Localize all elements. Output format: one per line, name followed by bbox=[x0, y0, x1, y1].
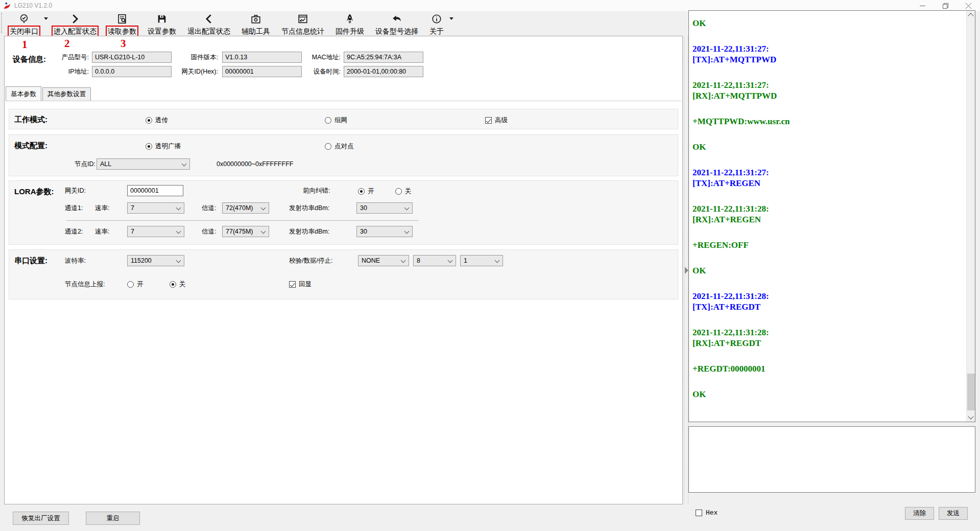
radio-p2p[interactable]: 点对点 bbox=[325, 142, 354, 151]
exit-config-button[interactable]: 退出配置状态 bbox=[182, 11, 236, 37]
node-id-combo[interactable]: ALL bbox=[97, 158, 190, 170]
channel2-label: 通道2: bbox=[65, 226, 83, 237]
firmware-upgrade-icon bbox=[343, 12, 356, 26]
node-report-label: 节点信息上报: bbox=[65, 279, 105, 290]
radio-networking[interactable]: 组网 bbox=[325, 116, 347, 125]
parity-combo[interactable]: NONE bbox=[358, 255, 409, 266]
chevron-down-icon bbox=[495, 258, 500, 263]
scroll-up-icon[interactable] bbox=[968, 13, 973, 18]
firmware-upgrade-button[interactable]: 固件升级 bbox=[330, 11, 370, 37]
log-line: OK bbox=[692, 18, 964, 29]
radio-fec-off[interactable]: 关 bbox=[395, 187, 412, 196]
mode-config-section: 模式配置: 透明广播 点对点 节点ID: ALL 0x00000000~0xFF… bbox=[9, 134, 678, 176]
device-info-title: 设备信息: bbox=[13, 55, 46, 64]
aux-tools-button[interactable]: 辅助工具 bbox=[236, 11, 276, 37]
log-line: [TX]:AT+REGDT bbox=[692, 302, 964, 312]
data-bits-combo[interactable]: 8 bbox=[413, 255, 456, 266]
ip-address-label: IP地址: bbox=[53, 66, 89, 77]
chevron-down-icon bbox=[261, 229, 266, 234]
save-params-icon bbox=[155, 12, 169, 26]
about-button[interactable]: 关于 bbox=[424, 11, 449, 37]
log-entry: OK bbox=[692, 18, 964, 29]
channel-label-1: 信道: bbox=[202, 202, 216, 214]
log-scrollbar[interactable] bbox=[966, 11, 975, 422]
ip-address-field[interactable] bbox=[92, 66, 172, 77]
enter-config-icon bbox=[68, 12, 82, 26]
channel2-channel-combo[interactable]: 77(475M) bbox=[222, 226, 269, 237]
window-title: LG210 V1.2.0 bbox=[14, 2, 52, 9]
log-line: 2021-11-22,11:31:27: bbox=[692, 167, 964, 178]
chevron-down-icon bbox=[404, 205, 410, 211]
radio-report-on[interactable]: 开 bbox=[127, 280, 144, 289]
log-entry: 2021-11-22,11:31:27:[TX]:AT+MQTTPWD bbox=[692, 43, 964, 65]
hex-checkbox[interactable]: Hex bbox=[696, 509, 718, 517]
log-line: +REGDT:00000001 bbox=[692, 363, 964, 374]
close-button[interactable] bbox=[957, 0, 980, 11]
close-serial-button[interactable]: 关闭串口 bbox=[4, 11, 44, 37]
node-stats-button[interactable]: 节点信息统计 bbox=[276, 11, 330, 37]
toolbar-overflow-caret-icon[interactable] bbox=[449, 17, 453, 20]
firmware-version-field[interactable] bbox=[222, 52, 302, 63]
log-line: OK bbox=[692, 142, 964, 152]
product-model-field[interactable] bbox=[92, 52, 172, 63]
channel1-rate-combo[interactable]: 7 bbox=[127, 202, 184, 214]
device-model-button[interactable]: 设备型号选择 bbox=[370, 11, 424, 37]
stop-bits-combo[interactable]: 1 bbox=[460, 255, 503, 266]
clear-button[interactable]: 清除 bbox=[905, 507, 934, 520]
channel2-power-combo[interactable]: 30 bbox=[356, 226, 413, 237]
tab-other-params[interactable]: 其他参数设置 bbox=[42, 87, 91, 101]
gateway-id-hex-field[interactable] bbox=[222, 66, 302, 77]
restore-button[interactable] bbox=[934, 0, 957, 11]
scrollbar-thumb[interactable] bbox=[967, 374, 975, 410]
radio-broadcast[interactable]: 透明广播 bbox=[146, 142, 181, 151]
toolbar-grip[interactable] bbox=[1, 13, 4, 33]
lora-title: LORA参数: bbox=[14, 187, 54, 197]
baud-combo[interactable]: 115200 bbox=[127, 255, 184, 266]
power-label-1: 发射功率dBm: bbox=[289, 202, 329, 214]
log-line: +MQTTPWD:www.usr.cn bbox=[692, 116, 964, 127]
log-output[interactable]: OK2021-11-22,11:31:27:[TX]:AT+MQTTPWD202… bbox=[688, 10, 975, 422]
log-entry: OK bbox=[692, 265, 964, 276]
log-line: 2021-11-22,11:31:28: bbox=[692, 291, 964, 302]
gateway-id-input[interactable] bbox=[127, 185, 183, 196]
work-mode-title: 工作模式: bbox=[14, 115, 47, 125]
radio-report-off[interactable]: 关 bbox=[170, 280, 186, 289]
read-params-icon bbox=[115, 12, 129, 26]
log-entry: +REGDT:00000001 bbox=[692, 363, 964, 374]
mac-address-field[interactable] bbox=[344, 52, 423, 63]
enter-config-button[interactable]: 进入配置状态 bbox=[48, 11, 102, 37]
echo-checkbox[interactable]: 回显 bbox=[289, 280, 312, 289]
scroll-down-icon[interactable] bbox=[968, 413, 973, 419]
device-time-field[interactable] bbox=[344, 66, 423, 77]
read-params-button[interactable]: 读取参数 bbox=[102, 11, 142, 37]
tab-bar: 基本参数 其他参数设置 bbox=[6, 87, 92, 101]
channel1-label: 通道1: bbox=[65, 202, 83, 214]
send-input-area[interactable] bbox=[688, 426, 975, 493]
log-line: 2021-11-22,11:31:27: bbox=[692, 43, 964, 54]
device-model-icon bbox=[390, 12, 403, 26]
restart-button[interactable]: 重启 bbox=[86, 512, 140, 525]
chevron-down-icon bbox=[404, 229, 410, 234]
mode-config-title: 模式配置: bbox=[14, 141, 47, 151]
send-button[interactable]: 发送 bbox=[939, 507, 968, 520]
channel1-power-combo[interactable]: 30 bbox=[356, 202, 413, 214]
log-entry: OK bbox=[692, 389, 964, 400]
set-params-button[interactable]: 设置参数 bbox=[142, 11, 182, 37]
minimize-button[interactable] bbox=[911, 0, 934, 11]
splitter-collapse-icon[interactable] bbox=[685, 267, 688, 274]
log-entry: 2021-11-22,11:31:27:[TX]:AT+REGEN bbox=[692, 167, 964, 189]
app-logo-icon bbox=[3, 2, 11, 10]
serial-port-icon bbox=[17, 12, 31, 26]
radio-fec-on[interactable]: 开 bbox=[358, 187, 374, 196]
annotation-2: 2 bbox=[64, 37, 70, 50]
panel-splitter[interactable] bbox=[684, 36, 688, 504]
serial-dropdown-caret-icon[interactable] bbox=[44, 17, 48, 20]
log-line: [TX]:AT+REGEN bbox=[692, 178, 964, 189]
channel2-rate-combo[interactable]: 7 bbox=[127, 226, 184, 237]
lora-section: LORA参数: 网关ID: 前向纠错: 开 关 通道1: 速率: 7 信道: 7… bbox=[9, 180, 678, 245]
advanced-checkbox[interactable]: 高级 bbox=[485, 116, 508, 125]
tab-basic-params[interactable]: 基本参数 bbox=[6, 86, 41, 101]
radio-transparent[interactable]: 透传 bbox=[146, 116, 168, 125]
factory-reset-button[interactable]: 恢复出厂设置 bbox=[13, 512, 69, 525]
channel1-channel-combo[interactable]: 72(470M) bbox=[222, 202, 269, 214]
